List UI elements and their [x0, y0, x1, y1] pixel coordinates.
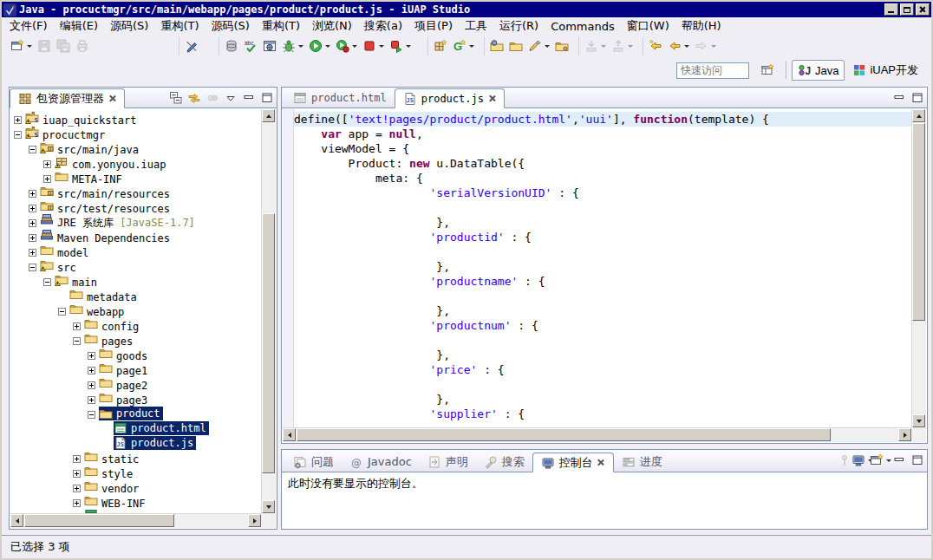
scroll-left-button[interactable] [283, 428, 296, 441]
debug-button[interactable] [279, 36, 306, 55]
editor-horizontal-scrollbar[interactable] [283, 427, 911, 442]
editor-vertical-scrollbar[interactable] [911, 109, 926, 427]
terminate-button[interactable] [360, 36, 387, 55]
scroll-thumb[interactable] [297, 428, 831, 441]
console-view-tab-2[interactable]: 声明 [420, 452, 476, 472]
menu-item-7[interactable]: 搜索(a) [358, 17, 408, 35]
menu-item-0[interactable]: 文件(F) [3, 17, 54, 35]
close-button[interactable] [916, 3, 930, 16]
expander-icon[interactable] [58, 306, 66, 314]
scroll-up-button[interactable] [262, 109, 275, 122]
panel-minimize-button[interactable] [891, 453, 907, 468]
menu-item-10[interactable]: 运行(R) [493, 17, 545, 35]
relaunch-button[interactable] [387, 36, 414, 55]
expander-icon[interactable] [73, 483, 81, 491]
tree-item-pages[interactable]: pages [10, 332, 261, 347]
open-folder-button[interactable] [506, 36, 525, 55]
expander-icon[interactable] [88, 350, 95, 358]
menu-item-3[interactable]: 重构(T) [154, 17, 205, 35]
highlighter-button[interactable] [525, 36, 552, 55]
scroll-up-button[interactable] [912, 109, 925, 122]
new-plugin-button[interactable] [431, 36, 450, 55]
tree-item-page1[interactable]: page1 [10, 361, 261, 376]
code-editor[interactable]: define(['text!pages/product/product.html… [294, 109, 911, 427]
menu-item-8[interactable]: 项目(P) [408, 17, 459, 35]
expander-icon[interactable] [88, 365, 95, 373]
expander-icon[interactable] [29, 262, 36, 270]
display-console-button[interactable] [854, 453, 871, 468]
panel-maximize-button[interactable] [258, 90, 275, 106]
expander-icon[interactable] [88, 380, 95, 387]
back-button[interactable] [665, 36, 692, 55]
tree-item-src[interactable]: src [10, 258, 261, 273]
link-editor-button[interactable] [186, 90, 202, 106]
import-project-button[interactable] [487, 36, 506, 55]
scroll-down-button[interactable] [262, 500, 275, 513]
scroll-thumb[interactable] [24, 514, 174, 527]
menu-item-2[interactable]: 源码(S) [104, 17, 154, 35]
annotation-ruler[interactable] [283, 109, 294, 427]
quick-access-input[interactable] [676, 62, 749, 79]
tree-item-config[interactable]: config [10, 317, 261, 332]
tree-item-model[interactable]: model [10, 244, 261, 258]
tab-package-explorer[interactable]: 包资源管理器 [10, 88, 125, 108]
expander-icon[interactable] [14, 129, 22, 137]
tree-item-iuap_quickstart[interactable]: MSiuap_quickstart [10, 111, 261, 126]
tree-item-static[interactable]: static [10, 450, 261, 465]
tree-item-page2[interactable]: page2 [10, 376, 261, 391]
open-console-button[interactable] [872, 453, 889, 468]
expander-icon[interactable] [43, 173, 51, 181]
tree-item-srcmainresources[interactable]: src/main/resources [10, 185, 261, 199]
console-view-tab-4[interactable]: 控制台 [532, 453, 614, 472]
editor-tab-product-js[interactable]: JSproduct.js [395, 88, 505, 108]
console-view-tab-0[interactable]: 问题 [285, 452, 342, 472]
tree-item-web-inf[interactable]: WEB-INF [10, 494, 261, 509]
collapse-all-button[interactable] [167, 90, 184, 106]
menu-item-13[interactable]: 帮助(H) [675, 17, 727, 35]
scroll-left-button[interactable] [10, 514, 23, 527]
expander-icon[interactable] [29, 232, 36, 240]
maximize-button[interactable] [900, 3, 914, 16]
tree-item-product.html[interactable]: product.html [10, 420, 261, 435]
web-browser-button[interactable] [260, 36, 279, 55]
focus-button[interactable] [204, 90, 220, 106]
expander-icon[interactable] [29, 218, 36, 225]
tree-item-srcmainjava[interactable]: src/main/java [10, 140, 261, 155]
tree-item-goods[interactable]: goods [10, 347, 261, 361]
expander-icon[interactable] [43, 159, 51, 166]
close-tab-icon[interactable] [488, 94, 496, 102]
expander-icon[interactable] [88, 394, 95, 402]
mark-occurrences-button[interactable] [182, 36, 201, 55]
open-perspective-button[interactable] [754, 60, 780, 81]
run-button[interactable] [306, 36, 333, 55]
expander-icon[interactable] [73, 321, 81, 329]
panel-maximize-button[interactable] [909, 453, 925, 468]
panel-minimize-button[interactable] [240, 90, 257, 106]
generate-button[interactable]: G [450, 36, 477, 55]
tree-item-com.yonyou.iuap[interactable]: com.yonyou.iuap [10, 155, 261, 170]
menu-item-11[interactable]: Commands [545, 19, 621, 34]
expander-icon[interactable] [14, 114, 22, 122]
expander-icon[interactable] [88, 409, 95, 417]
tree-item-procuctmgr[interactable]: MSprocuctmgr [10, 126, 261, 140]
expander-icon[interactable] [29, 188, 36, 196]
perspective-java[interactable]: JJava [792, 60, 845, 81]
expander-icon[interactable] [73, 453, 81, 461]
tree-item-webapp[interactable]: webapp [10, 303, 261, 317]
scroll-thumb[interactable] [912, 123, 925, 321]
console-view-tab-1[interactable]: @Javadoc [342, 452, 420, 472]
expander-icon[interactable] [43, 277, 51, 284]
coverage-button[interactable] [333, 36, 360, 55]
menu-item-12[interactable]: 窗口(W) [621, 17, 675, 35]
tree-vertical-scrollbar[interactable] [261, 109, 276, 513]
spell-check-button[interactable]: abc [241, 36, 260, 55]
new-wizard-button[interactable] [8, 36, 35, 55]
tree-item-main[interactable]: main [10, 273, 261, 288]
open-type-button[interactable] [552, 36, 571, 55]
scroll-thumb[interactable] [262, 213, 275, 473]
pin-console-button[interactable] [836, 453, 852, 468]
view-menu-button[interactable] [222, 90, 238, 106]
close-view-icon[interactable] [108, 94, 116, 102]
expander-icon[interactable] [73, 468, 81, 476]
expander-icon[interactable] [29, 144, 36, 152]
